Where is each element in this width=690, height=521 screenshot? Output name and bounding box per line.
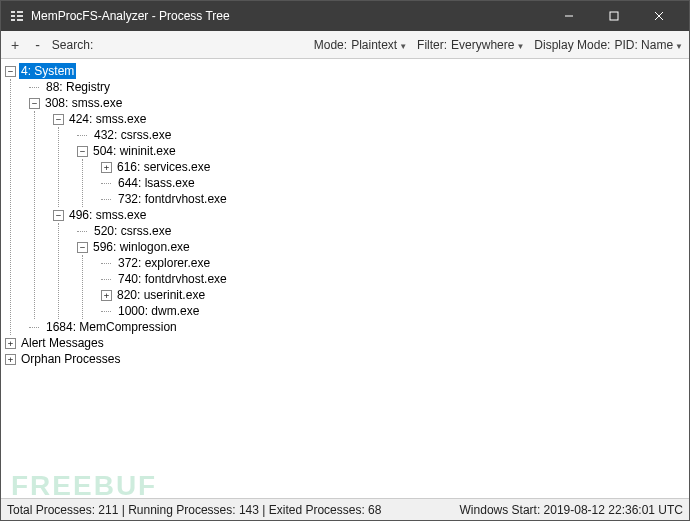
status-left: Total Processes: 211 | Running Processes… [7, 503, 381, 517]
display-mode-value: PID: Name [614, 38, 673, 52]
maximize-button[interactable] [591, 1, 636, 31]
minimize-button[interactable] [546, 1, 591, 31]
tree-node-label[interactable]: 1684: MemCompression [44, 319, 179, 335]
tree-node[interactable]: +Alert Messages [5, 335, 689, 351]
status-bar: Total Processes: 211 | Running Processes… [1, 498, 689, 520]
tree-node[interactable]: 88: Registry [29, 79, 689, 95]
chevron-down-icon: ▼ [516, 42, 524, 51]
filter-value: Everywhere [451, 38, 514, 52]
tree-node[interactable]: −496: smss.exe [53, 207, 689, 223]
tree-node[interactable]: +820: userinit.exe [101, 287, 689, 303]
display-mode-label: Display Mode: [532, 38, 612, 52]
tree-node-label[interactable]: 424: smss.exe [67, 111, 148, 127]
tree-node-label[interactable]: 596: winlogon.exe [91, 239, 192, 255]
tree-node[interactable]: −424: smss.exe [53, 111, 689, 127]
tree-connector [101, 199, 111, 200]
chevron-down-icon: ▼ [675, 42, 683, 51]
tree-node[interactable]: 732: fontdrvhost.exe [101, 191, 689, 207]
collapse-icon[interactable]: − [77, 146, 88, 157]
tree-node-label[interactable]: 520: csrss.exe [92, 223, 173, 239]
tree-connector [101, 183, 111, 184]
svg-rect-2 [11, 19, 15, 21]
chevron-down-icon: ▼ [399, 42, 407, 51]
tree-node-label[interactable]: 644: lsass.exe [116, 175, 197, 191]
collapse-icon[interactable]: − [29, 98, 40, 109]
tree-node-label[interactable]: 88: Registry [44, 79, 112, 95]
collapse-icon[interactable]: − [53, 210, 64, 221]
tree-node[interactable]: −4: System [5, 63, 689, 79]
tree-node[interactable]: 432: csrss.exe [77, 127, 689, 143]
tree-node[interactable]: 520: csrss.exe [77, 223, 689, 239]
expand-icon[interactable]: + [5, 354, 16, 365]
svg-rect-4 [17, 15, 23, 17]
close-button[interactable] [636, 1, 681, 31]
watermark-text: FREEBUF [11, 478, 157, 494]
collapse-icon[interactable]: − [77, 242, 88, 253]
tree-node[interactable]: 740: fontdrvhost.exe [101, 271, 689, 287]
svg-rect-3 [17, 11, 23, 13]
expand-all-button[interactable]: + [5, 35, 25, 55]
mode-label: Mode: [312, 38, 349, 52]
svg-rect-0 [11, 11, 15, 13]
tree-node[interactable]: +Orphan Processes [5, 351, 689, 367]
svg-rect-7 [610, 12, 618, 20]
expand-icon[interactable]: + [5, 338, 16, 349]
search-label: Search: [50, 38, 95, 52]
tree-node[interactable]: 1000: dwm.exe [101, 303, 689, 319]
tree-connector [101, 311, 111, 312]
expand-icon[interactable]: + [101, 162, 112, 173]
tree-node[interactable]: −504: wininit.exe [77, 143, 689, 159]
tree-connector [77, 135, 87, 136]
filter-label: Filter: [415, 38, 449, 52]
toolbar: + - Search: Mode: Plaintext▼ Filter: Eve… [1, 31, 689, 59]
svg-rect-1 [11, 15, 15, 17]
mode-dropdown[interactable]: Plaintext▼ [351, 38, 407, 52]
tree-node-label[interactable]: 4: System [19, 63, 76, 79]
search-input[interactable] [97, 38, 157, 52]
tree-node-label[interactable]: 616: services.exe [115, 159, 212, 175]
app-icon [9, 8, 25, 24]
filter-dropdown[interactable]: Everywhere▼ [451, 38, 524, 52]
tree-connector [101, 279, 111, 280]
tree-node-label[interactable]: 740: fontdrvhost.exe [116, 271, 229, 287]
title-bar: MemProcFS-Analyzer - Process Tree [1, 1, 689, 31]
tree-connector [77, 231, 87, 232]
tree-node[interactable]: −308: smss.exe [29, 95, 689, 111]
tree-node[interactable]: 644: lsass.exe [101, 175, 689, 191]
tree-node-label[interactable]: 1000: dwm.exe [116, 303, 201, 319]
tree-connector [29, 87, 39, 88]
collapse-icon[interactable]: − [5, 66, 16, 77]
process-tree[interactable]: −4: System88: Registry−308: smss.exe−424… [1, 59, 689, 498]
expand-icon[interactable]: + [101, 290, 112, 301]
tree-node[interactable]: +616: services.exe [101, 159, 689, 175]
mode-value: Plaintext [351, 38, 397, 52]
tree-connector [29, 327, 39, 328]
svg-rect-5 [17, 19, 23, 21]
tree-node-label[interactable]: 820: userinit.exe [115, 287, 207, 303]
tree-connector [101, 263, 111, 264]
tree-node-label[interactable]: 308: smss.exe [43, 95, 124, 111]
tree-node-label[interactable]: 432: csrss.exe [92, 127, 173, 143]
tree-node[interactable]: −596: winlogon.exe [77, 239, 689, 255]
display-mode-dropdown[interactable]: PID: Name▼ [614, 38, 683, 52]
tree-node[interactable]: 372: explorer.exe [101, 255, 689, 271]
tree-node-label[interactable]: Alert Messages [19, 335, 106, 351]
tree-node-label[interactable]: 372: explorer.exe [116, 255, 212, 271]
tree-node-label[interactable]: 732: fontdrvhost.exe [116, 191, 229, 207]
collapse-icon[interactable]: − [53, 114, 64, 125]
window-title: MemProcFS-Analyzer - Process Tree [31, 9, 546, 23]
tree-node[interactable]: 1684: MemCompression [29, 319, 689, 335]
tree-node-label[interactable]: 504: wininit.exe [91, 143, 178, 159]
tree-node-label[interactable]: 496: smss.exe [67, 207, 148, 223]
collapse-all-button[interactable]: - [29, 35, 46, 55]
status-right: Windows Start: 2019-08-12 22:36:01 UTC [460, 503, 683, 517]
tree-node-label[interactable]: Orphan Processes [19, 351, 122, 367]
